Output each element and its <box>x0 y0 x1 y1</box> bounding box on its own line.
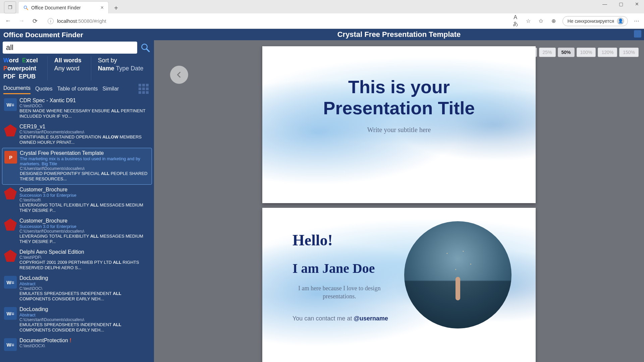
svg-point-2 <box>142 44 147 50</box>
filter-any-word[interactable]: Any word <box>54 64 82 72</box>
result-item[interactable]: CER19_v1C:\Users\tarif\Documents\docsafe… <box>2 122 152 148</box>
svg-line-1 <box>26 8 28 10</box>
tab-documents[interactable]: Documents <box>3 85 31 94</box>
result-item[interactable]: Delphi Aero Special EditionC:\test\PDF\C… <box>2 247 152 273</box>
result-title: Crystal Free Presentation Template <box>20 150 150 156</box>
result-path: C:\test\Isoft\ <box>19 198 150 202</box>
chevron-left-icon <box>175 71 183 78</box>
viewer-title: Crystal Free Presentation Template <box>337 30 461 39</box>
pdf-file-icon <box>4 250 17 262</box>
filter-excel[interactable]: E <box>22 57 26 64</box>
zoom-25[interactable]: 25% <box>539 48 556 57</box>
site-info-icon[interactable]: i <box>48 18 54 24</box>
app-title: Office Document Finder <box>0 29 154 42</box>
nav-forward-button[interactable]: → <box>17 17 26 24</box>
tab-title: Office Document Finder <box>31 5 81 10</box>
result-path: C:\test\DOCX\ <box>19 344 150 348</box>
result-path: C:\Users\tarif\Documents\docsaferu\ <box>19 229 150 234</box>
result-item[interactable]: PCrystal Free Presentation TemplateThe m… <box>2 148 152 185</box>
result-snippet: IDENTIFIABLE SUSTAINED OPERATION ALLOW M… <box>19 134 150 145</box>
nav-refresh-button[interactable]: ⟳ <box>30 17 40 25</box>
result-subtitle: Succession 3.0 for Enterprise <box>19 193 150 198</box>
slide2-iam: I am Jane Doe <box>292 260 536 276</box>
favorites-bar-icon[interactable]: ✩ <box>537 18 545 24</box>
browser-tab[interactable]: Office Document Finder × <box>18 1 109 13</box>
tab-overview-button[interactable]: ❐ <box>4 1 16 13</box>
sort-group: Sort by Name Type Date <box>98 56 144 80</box>
sort-type[interactable]: Type <box>116 65 129 72</box>
window-maximize-button[interactable]: ▢ <box>616 1 626 7</box>
zoom-150[interactable]: 150% <box>619 48 639 57</box>
browser-menu-button[interactable]: ⋯ <box>633 18 641 24</box>
result-item[interactable]: W≡DocumentProtection !C:\test\DOCX\ <box>2 336 152 354</box>
result-title: DocLoading <box>19 275 150 281</box>
result-path: C:\Users\tarif\Documents\docsaferu\ <box>20 166 150 171</box>
result-title: Delphi Aero Special Edition <box>19 249 150 255</box>
slide1-title: This is yourPresentation Title <box>262 76 536 119</box>
new-tab-button[interactable]: + <box>111 3 121 13</box>
tab-similar[interactable]: Similar <box>102 86 119 94</box>
result-title: Customer_Brochure <box>19 218 150 224</box>
slide2-desc: I am here because I love to design prese… <box>292 284 386 300</box>
pdf-file-icon <box>4 219 17 231</box>
grid-view-icon[interactable] <box>139 84 149 94</box>
result-title: CER19_v1 <box>19 124 150 130</box>
browser-tabbar: ❐ Office Document Finder × + — ▢ ✕ <box>0 0 644 13</box>
zoom-50[interactable]: 50% <box>558 48 575 57</box>
result-snippet: BEEN MADE WHERE NECESSARY ENSURE ALL PER… <box>19 108 150 119</box>
search-button[interactable] <box>139 42 151 54</box>
doc-file-icon: W≡ <box>4 276 17 289</box>
filter-all-words[interactable]: All words <box>54 56 82 64</box>
viewer-menu-icon[interactable] <box>634 30 641 38</box>
results-list[interactable]: W≡CDR Spec - Xantic D91C:\test\DOC\BEEN … <box>0 94 154 362</box>
viewer-stage[interactable]: PDF ⇪ A4 A3 → 25% 50% 100% 120% 150% Thi… <box>154 40 644 362</box>
slide-2: Hello! I am Jane Doe I am here because I… <box>262 208 536 362</box>
result-snippet: COPYRIGHT 2001 2009 PERTHWEB PTY LTD ALL… <box>19 260 150 270</box>
slide-1: This is yourPresentation Title Write you… <box>262 46 536 203</box>
search-icon <box>141 43 150 52</box>
result-subtitle: Succession 3.0 for Enterprise <box>19 224 150 229</box>
filter-powerpoint[interactable]: Powerpoint <box>3 64 38 72</box>
zoom-100[interactable]: 100% <box>577 48 596 57</box>
zoom-120[interactable]: 120% <box>598 48 617 57</box>
filter-pdf[interactable]: PDF <box>3 73 15 80</box>
viewer-back-button[interactable] <box>170 66 188 84</box>
doc-file-icon: W≡ <box>4 98 17 111</box>
collections-icon[interactable]: ⊕ <box>550 18 558 24</box>
result-subtitle: Abstract <box>19 281 150 286</box>
result-item[interactable]: W≡DocLoadingAbstractC:\Users\tarif\Docum… <box>2 304 152 336</box>
doc-file-icon: W≡ <box>4 338 17 351</box>
svg-line-3 <box>147 49 149 52</box>
filter-word[interactable]: Word Excel <box>3 56 38 64</box>
tab-favicon <box>23 5 29 10</box>
result-item[interactable]: Customer_BrochureSuccession 3.0 for Ente… <box>2 185 152 216</box>
viewer: Crystal Free Presentation Template PDF ⇪… <box>154 29 644 362</box>
tab-close-icon[interactable]: × <box>101 5 104 11</box>
window-close-button[interactable]: ✕ <box>632 1 642 7</box>
search-input[interactable]: all <box>3 42 137 54</box>
reading-mode-icon[interactable]: Aあ <box>512 14 520 27</box>
filter-filetypes: Word Excel Powerpoint PDF EPUB <box>3 56 48 80</box>
nav-back-button[interactable]: ← <box>3 17 13 24</box>
tab-toc[interactable]: Table of contents <box>57 86 98 94</box>
sort-name[interactable]: Name <box>98 65 114 72</box>
result-snippet: EMULATES SPREADSHEETS INDEPENDENT ALL CO… <box>19 291 150 302</box>
result-item[interactable]: W≡DocLoadingAbstractC:\test\DOC\EMULATES… <box>2 273 152 304</box>
result-snippet: LEVERAGING TOTAL FLEXIBILITY ALL MESSAGE… <box>19 202 150 213</box>
pdf-file-icon <box>4 124 17 136</box>
filter-epub[interactable]: EPUB <box>19 73 36 80</box>
result-item[interactable]: W≡CDR Spec - Xantic D91C:\test\DOC\BEEN … <box>2 96 152 122</box>
favorite-icon[interactable]: ☆ <box>524 18 532 24</box>
result-subtitle: Abstract <box>19 312 150 317</box>
result-subtitle: The marketing mix is a business tool use… <box>20 156 150 166</box>
profile-sync-pill[interactable]: Не синхронизируется 👤 <box>562 16 628 26</box>
result-title: DocumentProtection ! <box>19 338 150 344</box>
window-minimize-button[interactable]: — <box>600 1 610 7</box>
url-field[interactable]: i localhost:50080/#right <box>44 15 507 27</box>
result-item[interactable]: Customer_BrochureSuccession 3.0 for Ente… <box>2 216 152 247</box>
filter-match-mode: All words Any word <box>54 56 91 80</box>
sort-date[interactable]: Date <box>131 65 144 72</box>
result-title: Customer_Brochure <box>19 187 150 193</box>
tab-quotes[interactable]: Quotes <box>35 86 53 94</box>
result-path: C:\test\DOC\ <box>19 104 150 108</box>
